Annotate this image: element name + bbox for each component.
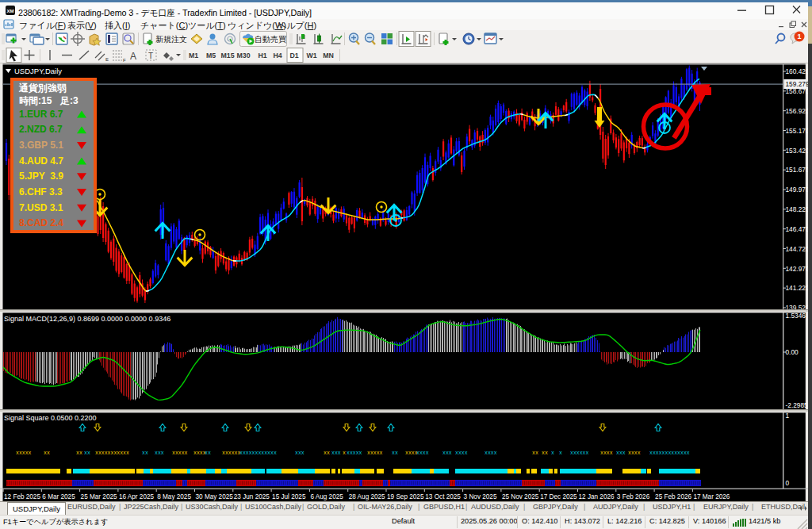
svg-text:16 Apr 2025: 16 Apr 2025 [119,493,155,500]
svg-text:2.NZD 6.7: 2.NZD 6.7 [19,124,63,135]
svg-text:xxxxx: xxxxx [16,450,32,456]
svg-text:148.220: 148.220 [786,205,809,213]
svg-text:12 Feb 2025: 12 Feb 2025 [4,493,40,500]
svg-text:H4: H4 [273,52,282,59]
svg-text:xx: xx [44,450,50,456]
svg-text:7.USD 3.1: 7.USD 3.1 [19,202,63,213]
svg-text:6.CHF 3.3: 6.CHF 3.3 [19,186,63,197]
svg-text:23 Jun 2025: 23 Jun 2025 [234,493,270,500]
svg-text:XM: XM [7,9,14,13]
svg-text:足:3: 足:3 [59,95,79,106]
svg-text:xx: xx [205,450,211,456]
svg-text:25 Feb 2026: 25 Feb 2026 [655,493,691,500]
svg-text:xxx: xxx [616,450,626,456]
svg-text:E: E [105,57,109,62]
svg-text:xxx: xxx [331,450,341,456]
svg-text:17 Mar 2026: 17 Mar 2026 [693,493,730,500]
svg-text:xxxxxx: xxxxxx [222,450,241,456]
svg-text:153.420: 153.420 [786,147,809,155]
svg-text:時間:15: 時間:15 [19,95,52,106]
svg-text:8 May 2025: 8 May 2025 [157,493,191,500]
svg-text:xxxxxxxxxxxx: xxxxxxxxxxxx [239,450,277,456]
svg-text:xx: xx [532,450,538,456]
svg-text:25 Nov 2025: 25 Nov 2025 [502,493,539,500]
svg-text:W1: W1 [306,52,316,59]
svg-text:xxxxxxxxxxx: xxxxxxxxxxx [95,450,129,456]
svg-text:xx: xx [324,450,330,456]
svg-text:28 Aug 2025: 28 Aug 2025 [349,493,385,500]
svg-text:xxxx: xxxx [455,450,468,456]
svg-text:xx: xx [142,450,148,456]
svg-text:0.00: 0.00 [786,348,799,356]
svg-text:159.279: 159.279 [786,80,809,88]
svg-text:1.5346: 1.5346 [786,312,806,320]
svg-text:通貨別強弱: 通貨別強弱 [18,82,67,94]
svg-text:H1: H1 [258,52,266,59]
svg-text:xxx: xxx [155,450,164,456]
svg-text:xxxx: xxxx [628,450,641,456]
svg-text:15 Jul 2025: 15 Jul 2025 [272,493,306,500]
svg-text:M15: M15 [220,52,234,59]
svg-text:5.JPY 3.9: 5.JPY 3.9 [19,171,63,182]
svg-text:1: 1 [786,412,790,420]
svg-text:146.470: 146.470 [786,225,809,233]
svg-text:A: A [130,51,136,62]
svg-text:xx: xx [84,450,90,456]
svg-text:1.EUR 6.7: 1.EUR 6.7 [19,109,63,120]
svg-text:17 Dec 2025: 17 Dec 2025 [540,493,577,500]
svg-text:xxxx: xxxx [600,450,613,456]
svg-text:160.420: 160.420 [786,67,809,75]
svg-text:149.970: 149.970 [786,186,809,194]
svg-text:Signal MACD(12,26,9) 0.8699 0.: Signal MACD(12,26,9) 0.8699 0.0000 0.000… [4,315,170,323]
svg-text:155.170: 155.170 [786,127,809,135]
svg-text:30 May 2025: 30 May 2025 [196,493,234,500]
svg-text:3 Nov 2025: 3 Nov 2025 [464,493,497,500]
svg-text:3 Feb 2026: 3 Feb 2026 [617,493,650,500]
svg-text:xx: xx [542,450,548,456]
svg-text:xx: xx [76,450,82,456]
svg-text:xxxxx: xxxxx [172,450,188,456]
svg-text:156.920: 156.920 [786,107,809,115]
svg-text:19 Sep 2025: 19 Sep 2025 [387,493,424,500]
svg-text:Signal Square 0.0500 0.2200: Signal Square 0.0500 0.2200 [4,414,97,422]
svg-text:x: x [559,450,562,456]
svg-text:0: 0 [786,479,790,487]
svg-text:3.GBP 5.1: 3.GBP 5.1 [19,140,63,151]
svg-text:-2.2985: -2.2985 [786,401,809,409]
svg-text:151.670: 151.670 [786,166,809,174]
svg-text:M5: M5 [206,52,216,59]
svg-text:M1: M1 [189,52,198,59]
svg-text:MN: MN [323,52,334,59]
svg-text:25 Mar 2025: 25 Mar 2025 [81,493,117,500]
svg-text:12 Jan 2026: 12 Jan 2026 [579,493,615,500]
svg-text:1: 1 [797,33,801,40]
svg-text:6 Mar 2025: 6 Mar 2025 [42,493,75,500]
svg-text:6 Aug 2025: 6 Aug 2025 [310,493,343,500]
svg-text:x: x [343,450,346,456]
svg-text:自動売買: 自動売買 [255,35,286,44]
svg-text:F: F [123,58,126,63]
svg-text:142.970: 142.970 [786,265,809,273]
svg-text:13 Oct 2025: 13 Oct 2025 [425,493,461,500]
svg-text:xxxx: xxxx [485,450,497,456]
svg-text:新規注文: 新規注文 [155,35,187,44]
svg-text:x: x [551,450,554,456]
svg-text:T: T [148,52,153,60]
svg-text:141.220: 141.220 [786,284,809,292]
svg-text:D1: D1 [289,52,298,59]
svg-text:xxxx: xxxx [416,450,429,456]
svg-text:8.CAD 2.4: 8.CAD 2.4 [19,217,63,228]
svg-text:xxx: xxx [442,450,452,456]
svg-text:xxxxx: xxxxx [367,450,383,456]
svg-text:xxxxxxxxxxxxx: xxxxxxxxxxxxx [649,450,690,456]
svg-text:M30: M30 [236,52,250,59]
svg-text:144.720: 144.720 [786,245,809,253]
svg-text:xx: xx [392,450,398,456]
svg-text:xxxxxx: xxxxxx [570,450,589,456]
svg-text:xxxxx: xxxxx [347,450,362,456]
svg-text:USDJPY,Daily: USDJPY,Daily [14,67,62,75]
svg-text:xxx: xxx [295,450,304,456]
svg-text:4.AUD 4.7: 4.AUD 4.7 [19,155,63,167]
